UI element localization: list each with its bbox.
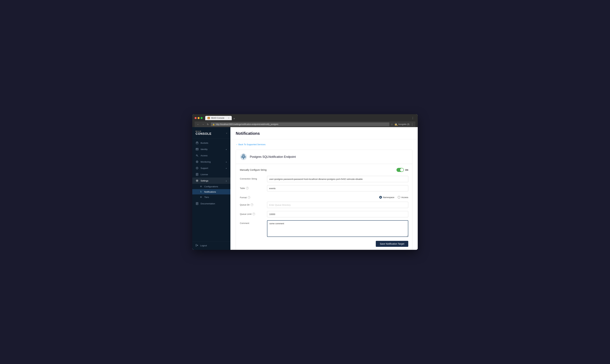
documentation-label: Documentation bbox=[201, 202, 227, 205]
form-actions: Save Notification Target bbox=[240, 241, 408, 247]
comment-textarea[interactable]: some comment bbox=[267, 220, 408, 237]
access-radio-button[interactable] bbox=[398, 196, 400, 199]
incognito-icon: 🕵 bbox=[394, 123, 398, 126]
license-label: License bbox=[201, 173, 227, 176]
settings-arrow-icon: ▲ bbox=[225, 180, 227, 182]
queue-dir-input[interactable] bbox=[267, 202, 408, 208]
sidebar-item-license[interactable]: License bbox=[192, 171, 230, 178]
documentation-icon bbox=[195, 202, 199, 205]
comment-row: Comment some comment bbox=[240, 220, 408, 237]
logo-mini: MinIO bbox=[195, 130, 211, 132]
sidebar-item-support[interactable]: Support ▲ bbox=[192, 165, 230, 171]
close-window-button[interactable] bbox=[195, 117, 197, 119]
endpoint-card: Postgres SQLNotification Endpoint Manual… bbox=[236, 150, 412, 250]
queue-limit-label: Queue Limit ? bbox=[240, 211, 263, 215]
notifications-label: Notifications bbox=[204, 191, 216, 193]
settings-label: Settings bbox=[201, 180, 223, 182]
tiers-label: Tiers bbox=[204, 196, 209, 198]
maximize-window-button[interactable] bbox=[201, 117, 203, 119]
support-label: Support bbox=[201, 167, 223, 169]
browser-titlebar: M MinIO Console ✕ + ⋮ bbox=[195, 116, 415, 120]
manually-configure-toggle[interactable] bbox=[397, 168, 404, 172]
save-notification-target-button[interactable]: Save Notification Target bbox=[376, 241, 408, 247]
monitoring-icon bbox=[195, 160, 199, 163]
tab-close-button[interactable]: ✕ bbox=[228, 117, 229, 119]
sidebar-item-tiers[interactable]: ⚙ Tiers bbox=[192, 195, 230, 200]
identity-label: Identity bbox=[201, 148, 223, 151]
table-input[interactable] bbox=[267, 185, 408, 192]
tab-favicon: M bbox=[208, 117, 210, 119]
namespace-radio-button[interactable] bbox=[379, 196, 382, 199]
namespace-label: Namespace bbox=[383, 196, 394, 199]
sidebar-item-notifications[interactable]: λ Notifications bbox=[192, 189, 230, 195]
browser-menu-button[interactable]: ⋮ bbox=[410, 117, 415, 120]
connection-string-input[interactable] bbox=[267, 176, 408, 182]
support-icon bbox=[195, 167, 199, 169]
sidebar-item-buckets[interactable]: Buckets bbox=[192, 140, 230, 146]
back-button[interactable]: ← bbox=[196, 123, 200, 126]
sidebar-item-settings[interactable]: Settings ▲ bbox=[192, 178, 230, 184]
tiers-icon: ⚙ bbox=[200, 196, 202, 198]
svg-point-6 bbox=[197, 161, 197, 162]
comment-label: Comment bbox=[240, 220, 263, 224]
identity-arrow-icon: ▲ bbox=[225, 148, 227, 150]
logo-text: MinIO CONSOLE bbox=[195, 130, 211, 136]
configurations-icon: ⚙ bbox=[200, 185, 202, 188]
toggle-on-label: ON bbox=[405, 169, 408, 171]
app-layout: MinIO CONSOLE ‹ Buckets bbox=[192, 127, 418, 250]
queue-limit-help-icon: ? bbox=[252, 213, 255, 215]
toolbar-right: ☆ 🕵 Incognito (3) ⋮ bbox=[391, 122, 414, 126]
logout-icon bbox=[195, 244, 198, 247]
queue-dir-help-icon: ? bbox=[251, 203, 253, 206]
buckets-label: Buckets bbox=[201, 142, 227, 144]
new-tab-button[interactable]: + bbox=[232, 117, 236, 120]
format-help-icon: ? bbox=[248, 196, 250, 199]
format-access-option[interactable]: Access bbox=[398, 196, 408, 199]
traffic-lights bbox=[195, 117, 203, 119]
svg-point-9 bbox=[197, 180, 198, 181]
minimize-window-button[interactable] bbox=[198, 117, 200, 119]
table-label: Table ? bbox=[240, 185, 263, 189]
browser-tab-active[interactable]: M MinIO Console ✕ bbox=[205, 116, 232, 120]
back-to-services-link[interactable]: ← Back To Supported Services bbox=[236, 143, 412, 146]
svg-point-16 bbox=[243, 156, 243, 156]
monitoring-arrow-icon: ▲ bbox=[225, 161, 227, 163]
connection-string-label: Connection String bbox=[240, 176, 263, 180]
queue-limit-input[interactable] bbox=[267, 211, 408, 217]
browser-chrome: M MinIO Console ✕ + ⋮ ← → ↻ 🔒 http://loc… bbox=[192, 114, 418, 127]
sidebar-item-identity[interactable]: Identity ▲ bbox=[192, 146, 230, 152]
page-header: Notifications bbox=[230, 127, 418, 139]
browser-toolbar: ← → ↻ 🔒 http://localhost:9001/settings/n… bbox=[195, 121, 415, 127]
format-options: Namespace Access bbox=[379, 195, 408, 199]
star-icon[interactable]: ☆ bbox=[391, 123, 393, 126]
svg-point-17 bbox=[244, 156, 244, 156]
address-bar[interactable]: 🔒 http://localhost:9001/settings/notific… bbox=[211, 122, 389, 126]
lock-icon: 🔒 bbox=[212, 123, 215, 126]
svg-point-5 bbox=[196, 161, 198, 163]
sidebar-toggle-button[interactable]: ‹ bbox=[226, 132, 227, 134]
postgres-logo-icon bbox=[240, 153, 247, 160]
support-arrow-icon: ▲ bbox=[225, 167, 227, 169]
sidebar-item-configurations[interactable]: ⚙ Configurations bbox=[192, 184, 230, 189]
identity-icon bbox=[195, 148, 199, 151]
tab-label: MinIO Console bbox=[211, 117, 224, 119]
logout-button[interactable]: Logout bbox=[192, 241, 230, 250]
reload-button[interactable]: ↻ bbox=[206, 123, 209, 126]
main-content: Notifications ← Back To Supported Servic… bbox=[230, 127, 418, 250]
browser-options-icon[interactable]: ⋮ bbox=[411, 122, 414, 126]
logo-console: CONSOLE bbox=[195, 132, 211, 136]
license-icon bbox=[195, 173, 199, 176]
table-row: Table ? bbox=[240, 185, 408, 192]
sidebar-item-monitoring[interactable]: Monitoring ▲ bbox=[192, 159, 230, 165]
url-text: http://localhost:9001/settings/notificat… bbox=[216, 123, 388, 126]
queue-limit-row: Queue Limit ? bbox=[240, 211, 408, 217]
forward-button[interactable]: → bbox=[201, 123, 205, 126]
logout-label: Logout bbox=[200, 244, 207, 247]
sidebar-item-access[interactable]: Access bbox=[192, 152, 230, 159]
format-namespace-option[interactable]: Namespace bbox=[379, 196, 394, 199]
monitoring-label: Monitoring bbox=[201, 161, 223, 163]
queue-dir-label: Queue Dir ? bbox=[240, 202, 263, 206]
sidebar-item-documentation[interactable]: Documentation bbox=[192, 200, 230, 207]
access-label: Access bbox=[201, 154, 227, 157]
table-help-icon: ? bbox=[246, 187, 249, 189]
